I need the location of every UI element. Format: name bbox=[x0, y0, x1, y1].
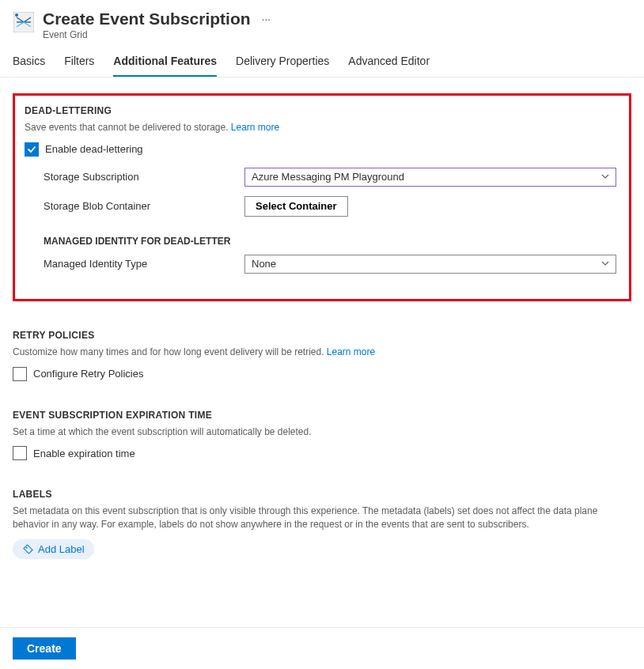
more-icon[interactable]: ··· bbox=[262, 13, 271, 25]
managed-identity-dropdown[interactable]: None bbox=[244, 255, 616, 274]
expiration-description: Set a time at which the event subscripti… bbox=[13, 425, 631, 439]
select-container-button[interactable]: Select Container bbox=[244, 196, 348, 217]
retry-policies-heading: RETRY POLICIES bbox=[13, 330, 631, 341]
managed-identity-value: None bbox=[252, 258, 276, 270]
storage-blob-label: Storage Blob Container bbox=[44, 200, 244, 212]
dead-lettering-learn-more-link[interactable]: Learn more bbox=[231, 122, 279, 133]
retry-learn-more-link[interactable]: Learn more bbox=[327, 346, 375, 357]
create-button[interactable]: Create bbox=[13, 637, 76, 660]
page-header: Create Event Subscription ··· Event Grid bbox=[0, 0, 644, 43]
configure-retry-label: Configure Retry Policies bbox=[33, 368, 143, 380]
enable-expiration-checkbox[interactable] bbox=[13, 446, 27, 460]
labels-section: LABELS Set metadata on this event subscr… bbox=[13, 489, 631, 559]
expiration-section: EVENT SUBSCRIPTION EXPIRATION TIME Set a… bbox=[13, 410, 631, 461]
retry-policies-description: Customize how many times and for how lon… bbox=[13, 346, 631, 359]
footer-bar: Create bbox=[0, 627, 644, 669]
enable-dead-lettering-label: Enable dead-lettering bbox=[45, 143, 143, 155]
managed-identity-row: Managed Identity Type None bbox=[25, 255, 619, 274]
managed-identity-heading: MANAGED IDENTITY FOR DEAD-LETTER bbox=[44, 236, 619, 247]
enable-dead-lettering-checkbox[interactable] bbox=[25, 142, 39, 157]
tag-icon bbox=[22, 543, 33, 554]
storage-subscription-value: Azure Messaging PM Playground bbox=[252, 171, 404, 183]
add-label-text: Add Label bbox=[38, 543, 85, 555]
storage-subscription-dropdown[interactable]: Azure Messaging PM Playground bbox=[244, 168, 616, 187]
storage-blob-row: Storage Blob Container Select Container bbox=[25, 196, 619, 217]
tab-bar: Basics Filters Additional Features Deliv… bbox=[0, 43, 644, 77]
svg-point-2 bbox=[25, 547, 27, 549]
configure-retry-row: Configure Retry Policies bbox=[13, 367, 631, 381]
tab-advanced-editor[interactable]: Advanced Editor bbox=[348, 51, 430, 77]
page-title: Create Event Subscription bbox=[43, 9, 251, 28]
tab-basics[interactable]: Basics bbox=[13, 51, 45, 77]
tab-filters[interactable]: Filters bbox=[64, 51, 94, 77]
expiration-heading: EVENT SUBSCRIPTION EXPIRATION TIME bbox=[13, 410, 631, 421]
storage-subscription-label: Storage Subscription bbox=[44, 171, 244, 183]
dead-lettering-heading: DEAD-LETTERING bbox=[25, 105, 619, 116]
page-subtitle: Event Grid bbox=[43, 29, 271, 40]
retry-desc-text: Customize how many times and for how lon… bbox=[13, 346, 327, 357]
configure-retry-checkbox[interactable] bbox=[13, 367, 27, 381]
labels-description: Set metadata on this event subscription … bbox=[13, 505, 631, 531]
svg-point-1 bbox=[15, 13, 18, 17]
retry-policies-section: RETRY POLICIES Customize how many times … bbox=[13, 330, 631, 381]
chevron-down-icon bbox=[601, 259, 609, 269]
labels-heading: LABELS bbox=[13, 489, 631, 500]
dead-lettering-description: Save events that cannot be delivered to … bbox=[25, 121, 619, 134]
chevron-down-icon bbox=[601, 172, 609, 182]
dead-lettering-desc-text: Save events that cannot be delivered to … bbox=[25, 122, 231, 133]
tab-additional-features[interactable]: Additional Features bbox=[113, 51, 217, 77]
enable-expiration-label: Enable expiration time bbox=[33, 448, 135, 459]
enable-dead-lettering-row: Enable dead-lettering bbox=[25, 142, 619, 157]
content-area: DEAD-LETTERING Save events that cannot b… bbox=[0, 77, 644, 651]
enable-expiration-row: Enable expiration time bbox=[13, 446, 631, 460]
tab-delivery-properties[interactable]: Delivery Properties bbox=[236, 51, 329, 77]
dead-lettering-section: DEAD-LETTERING Save events that cannot b… bbox=[13, 93, 631, 301]
storage-subscription-row: Storage Subscription Azure Messaging PM … bbox=[25, 168, 619, 187]
managed-identity-label: Managed Identity Type bbox=[44, 258, 244, 270]
add-label-button[interactable]: Add Label bbox=[13, 539, 94, 559]
event-grid-icon bbox=[13, 11, 35, 33]
